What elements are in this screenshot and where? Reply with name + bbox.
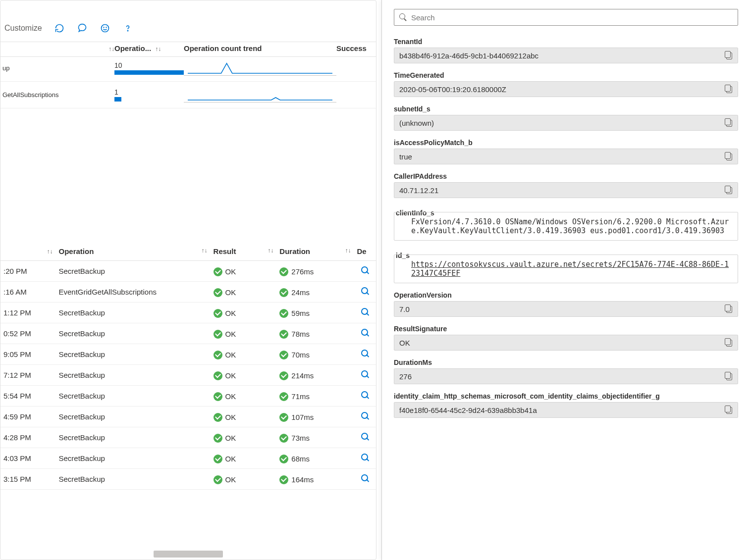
horizontal-scrollbar[interactable] bbox=[154, 551, 223, 558]
sort-icon: ↑↓ bbox=[345, 247, 351, 254]
table-row[interactable]: :20 PMSecretBackupOK276ms bbox=[0, 261, 376, 282]
copy-icon[interactable] bbox=[725, 406, 733, 414]
copy-icon[interactable] bbox=[725, 119, 733, 127]
copy-icon[interactable] bbox=[725, 85, 733, 93]
cell-time: :20 PM bbox=[0, 261, 55, 282]
magnifier-icon bbox=[361, 412, 369, 420]
cell-duration: 24ms bbox=[276, 282, 354, 303]
field-label: subnetId_s bbox=[394, 105, 738, 113]
field-value[interactable]: 2020-05-06T00:19:20.6180000Z bbox=[394, 81, 738, 97]
copy-icon[interactable] bbox=[725, 305, 733, 313]
field-value[interactable]: 7.0 bbox=[394, 301, 738, 317]
field-value[interactable]: (unknown) bbox=[394, 115, 738, 131]
cell-result: OK bbox=[211, 386, 277, 407]
cell-details[interactable] bbox=[354, 344, 376, 365]
cell-details[interactable] bbox=[354, 303, 376, 323]
cell-details[interactable] bbox=[354, 261, 376, 282]
field-text: true bbox=[399, 153, 412, 161]
col-duration-header[interactable]: Duration↑↓ bbox=[276, 242, 354, 261]
col-result-header[interactable]: Result↑↓ bbox=[211, 242, 277, 261]
detail-field: OperationVersion7.0 bbox=[394, 291, 738, 317]
cell-duration: 214ms bbox=[276, 365, 354, 386]
magnifier-icon bbox=[361, 350, 369, 357]
field-value[interactable]: f40e18f0-6544-45c2-9d24-639a8bb3b41a bbox=[394, 402, 738, 418]
table-row[interactable]: 0:52 PMSecretBackupOK78ms bbox=[0, 323, 376, 344]
table-row[interactable]: 3:15 PMSecretBackupOK164ms bbox=[0, 469, 376, 490]
field-text: b438b4f6-912a-46d5-9cb1-b44069212abc bbox=[399, 51, 538, 60]
field-label: TimeGenerated bbox=[394, 71, 738, 79]
refresh-icon[interactable] bbox=[54, 23, 65, 34]
cell-details[interactable] bbox=[354, 427, 376, 448]
check-icon bbox=[214, 413, 222, 422]
table-row[interactable]: 4:59 PMSecretBackupOK107ms bbox=[0, 407, 376, 427]
cell-details[interactable] bbox=[354, 323, 376, 344]
customize-button[interactable]: Customize bbox=[4, 24, 42, 33]
copy-icon[interactable] bbox=[725, 339, 733, 347]
table-row[interactable]: 4:28 PMSecretBackupOK73ms bbox=[0, 427, 376, 448]
field-value[interactable]: FxVersion/4.7.3610.0 OSName/Windows OSVe… bbox=[394, 212, 738, 241]
cell-details[interactable] bbox=[354, 365, 376, 386]
field-value[interactable]: OK bbox=[394, 335, 738, 351]
operations-table-wrapper: ↑↓ Operation↑↓ Result↑↓ Duration↑↓ De :2… bbox=[0, 242, 376, 490]
table-row[interactable]: :16 AMEventGridGetAllSubscriptionsOK24ms bbox=[0, 282, 376, 303]
cell-result: OK bbox=[211, 261, 277, 282]
field-value[interactable]: 276 bbox=[394, 368, 738, 384]
sort-icon: ↑↓ bbox=[268, 247, 273, 254]
cell-result: OK bbox=[211, 469, 277, 490]
col-details-header: De bbox=[354, 242, 376, 261]
cell-details[interactable] bbox=[354, 386, 376, 407]
search-input[interactable] bbox=[411, 13, 733, 22]
field-label: CallerIPAddress bbox=[394, 172, 738, 180]
check-icon bbox=[279, 288, 288, 297]
col-time-header[interactable]: ↑↓ bbox=[0, 242, 55, 261]
cell-operation: SecretBackup bbox=[55, 344, 210, 365]
table-row[interactable]: 7:12 PMSecretBackupOK214ms bbox=[0, 365, 376, 386]
magnifier-icon bbox=[361, 391, 369, 399]
copy-icon[interactable] bbox=[725, 372, 733, 380]
field-text: 40.71.12.21 bbox=[399, 186, 438, 195]
summary-header-operation-count[interactable]: Operatio... ↑↓ bbox=[114, 44, 184, 52]
table-row[interactable]: 4:03 PMSecretBackupOK68ms bbox=[0, 448, 376, 469]
copy-icon[interactable] bbox=[725, 186, 733, 194]
search-box[interactable] bbox=[394, 9, 738, 26]
field-value[interactable]: b438b4f6-912a-46d5-9cb1-b44069212abc bbox=[394, 48, 738, 63]
check-icon bbox=[279, 434, 288, 443]
cell-result: OK bbox=[211, 344, 277, 365]
check-icon bbox=[214, 351, 222, 359]
summary-name: GetAllSubscriptions bbox=[0, 91, 114, 99]
magnifier-icon bbox=[361, 287, 369, 295]
magnifier-icon bbox=[361, 308, 369, 316]
table-row[interactable]: 5:54 PMSecretBackupOK71ms bbox=[0, 386, 376, 407]
cell-details[interactable] bbox=[354, 282, 376, 303]
summary-header-success[interactable]: Success bbox=[336, 44, 376, 52]
detail-field: TimeGenerated2020-05-06T00:19:20.6180000… bbox=[394, 71, 738, 97]
svg-point-0 bbox=[101, 24, 108, 32]
svg-point-1 bbox=[104, 27, 104, 27]
smile-icon[interactable] bbox=[100, 23, 110, 34]
cell-details[interactable] bbox=[354, 469, 376, 490]
detail-field: id_shttps://contosokvscus.vault.azure.ne… bbox=[394, 249, 738, 283]
cell-details[interactable] bbox=[354, 407, 376, 427]
field-value[interactable]: true bbox=[394, 149, 738, 164]
field-label: DurationMs bbox=[394, 358, 738, 366]
summary-header-blank[interactable]: ↑↓ bbox=[0, 46, 114, 52]
copy-icon[interactable] bbox=[725, 153, 733, 160]
col-operation-header[interactable]: Operation↑↓ bbox=[55, 242, 210, 261]
copy-icon[interactable] bbox=[725, 51, 733, 59]
summary-count: 1 bbox=[114, 88, 184, 102]
table-row[interactable]: 9:05 PMSecretBackupOK70ms bbox=[0, 344, 376, 365]
cell-duration: 73ms bbox=[276, 427, 354, 448]
feedback-icon[interactable] bbox=[77, 23, 88, 34]
check-icon bbox=[279, 330, 288, 339]
cell-time: 9:05 PM bbox=[0, 344, 55, 365]
help-icon[interactable] bbox=[122, 23, 133, 34]
cell-details[interactable] bbox=[354, 448, 376, 469]
cell-duration: 68ms bbox=[276, 448, 354, 469]
table-row[interactable]: 1:12 PMSecretBackupOK59ms bbox=[0, 303, 376, 323]
magnifier-icon bbox=[361, 370, 369, 378]
detail-field: subnetId_s(unknown) bbox=[394, 105, 738, 131]
field-value[interactable]: 40.71.12.21 bbox=[394, 182, 738, 198]
summary-row[interactable]: up 10 bbox=[0, 55, 376, 82]
field-value[interactable]: https://contosokvscus.vault.azure.net/se… bbox=[394, 255, 738, 283]
summary-row[interactable]: GetAllSubscriptions 1 bbox=[0, 82, 376, 108]
